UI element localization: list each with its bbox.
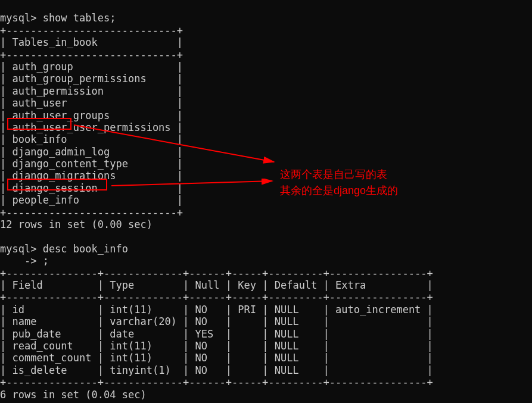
- desc-type: tinyint(1): [110, 364, 170, 376]
- desc-default: NULL: [275, 315, 299, 327]
- table-border: +---------------+-------------+------+--…: [0, 291, 433, 303]
- desc-default: NULL: [275, 304, 299, 315]
- desc-header-key: Key: [238, 279, 256, 291]
- table-row: django_admin_log: [12, 146, 110, 158]
- result-rows: 6 rows in set (0.04 sec): [0, 389, 147, 401]
- desc-field: pub_date: [12, 328, 61, 340]
- desc-null: NO: [195, 315, 207, 327]
- desc-field: is_delete: [12, 364, 67, 376]
- table-row: people_info: [12, 194, 79, 206]
- table-border: +---------------+-------------+------+--…: [0, 376, 433, 388]
- table-row: django_session: [12, 182, 97, 194]
- desc-type: int(11): [110, 304, 153, 315]
- table-border: +----------------------------+: [0, 49, 183, 61]
- terminal-output: mysql> show tables; +-------------------…: [0, 0, 532, 403]
- desc-header-type: Type: [110, 279, 134, 291]
- desc-field: name: [12, 315, 36, 327]
- table-row: auth_user: [12, 97, 67, 109]
- desc-type: int(11): [110, 340, 153, 352]
- table-row: auth_user_groups: [12, 110, 110, 121]
- table-row: auth_user_user_permissions: [12, 121, 170, 133]
- table-border: +----------------------------+: [0, 207, 183, 218]
- annotation-custom-tables: 这两个表是自己写的表 其余的全是django生成的: [280, 167, 398, 199]
- table-row: django_migrations: [12, 170, 116, 182]
- desc-header-extra: Extra: [335, 279, 366, 291]
- prompt-desc[interactable]: mysql> desc book_info: [0, 243, 128, 255]
- table-row: auth_group: [12, 61, 73, 73]
- tables-header: Tables_in_book: [12, 36, 97, 48]
- desc-field: id: [12, 304, 24, 315]
- desc-field: read_count: [12, 340, 73, 352]
- table-border: +----------------------------+: [0, 24, 183, 36]
- table-border: +---------------+-------------+------+--…: [0, 267, 433, 279]
- desc-type: int(11): [110, 352, 153, 364]
- desc-null: NO: [195, 352, 207, 364]
- desc-header-default: Default: [275, 279, 318, 291]
- desc-null: NO: [195, 364, 207, 376]
- table-row: auth_group_permissions: [12, 73, 146, 85]
- result-rows: 12 rows in set (0.00 sec): [0, 218, 153, 230]
- desc-header-null: Null: [195, 279, 220, 291]
- prompt-show-tables[interactable]: mysql> show tables;: [0, 12, 116, 24]
- desc-default: NULL: [275, 340, 299, 352]
- desc-null: NO: [195, 340, 207, 352]
- desc-key: PRI: [238, 304, 256, 315]
- desc-null: NO: [195, 304, 207, 315]
- desc-field: comment_count: [12, 352, 91, 364]
- desc-null: YES: [195, 328, 214, 340]
- table-row: auth_permission: [12, 85, 104, 97]
- table-row: book_info: [12, 133, 67, 145]
- desc-type: varchar(20): [110, 315, 177, 327]
- desc-type: date: [110, 328, 134, 340]
- prompt-continuation[interactable]: -> ;: [0, 255, 49, 267]
- desc-default: NULL: [275, 328, 299, 340]
- desc-default: NULL: [275, 352, 299, 364]
- desc-extra: auto_increment: [335, 304, 421, 315]
- table-row: django_content_type: [12, 158, 127, 170]
- desc-header-field: Field: [12, 279, 42, 291]
- desc-default: NULL: [275, 364, 299, 376]
